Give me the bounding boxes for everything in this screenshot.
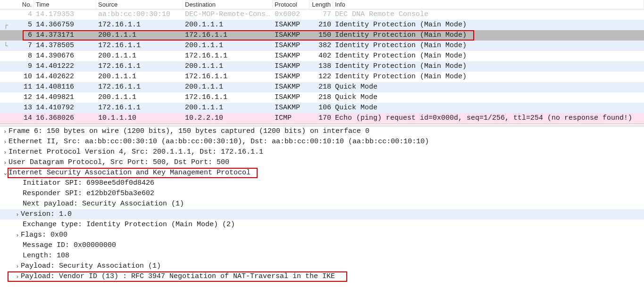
detail-line[interactable]: ›Internet Protocol Version 4, Src: 200.1…: [0, 147, 644, 157]
detail-line[interactable]: Exchange type: Identity Protection (Main…: [0, 220, 644, 230]
detail-text: Internet Security Association and Key Ma…: [8, 168, 251, 178]
cell-time: 14.410792: [34, 103, 96, 113]
packet-row[interactable]: 1416.36802610.1.1.1010.2.2.10ICMP170Echo…: [0, 113, 644, 123]
detail-line[interactable]: ›Payload: Security Association (1): [0, 261, 644, 271]
detail-line[interactable]: Message ID: 0x00000000: [0, 240, 644, 251]
cell-src: 200.1.1.1: [96, 92, 183, 103]
packet-details-tree[interactable]: ›Frame 6: 150 bytes on wire (1200 bits),…: [0, 126, 644, 282]
cell-src: 172.16.1.1: [96, 41, 183, 51]
packet-row[interactable]: 914.401222172.16.1.1200.1.1.1ISAKMP138Id…: [0, 61, 644, 72]
column-header-time[interactable]: Time: [34, 0, 96, 9]
column-header-info[interactable]: Info: [333, 0, 644, 9]
packet-list[interactable]: No. Time Source Destination Protocol Len…: [0, 0, 644, 123]
column-header-proto[interactable]: Protocol: [273, 0, 309, 9]
cell-info: Identity Protection (Main Mode): [333, 61, 644, 72]
cell-proto: ISAKMP: [273, 92, 309, 103]
cell-time: 14.409821: [34, 92, 96, 103]
cell-time: 16.368026: [34, 113, 96, 123]
detail-line[interactable]: ›Flags: 0x00: [0, 230, 644, 240]
column-header-src[interactable]: Source: [96, 0, 183, 9]
cell-proto: ISAKMP: [273, 72, 309, 82]
detail-text: Payload: Security Association (1): [21, 261, 161, 271]
chevron-right-icon[interactable]: ›: [14, 209, 21, 220]
detail-line[interactable]: ›User Datagram Protocol, Src Port: 500, …: [0, 157, 644, 168]
relation-marker-icon: ┌: [4, 20, 12, 30]
packet-row[interactable]: 1014.402622200.1.1.1172.16.1.1ISAKMP122I…: [0, 72, 644, 82]
packet-row[interactable]: 814.390676200.1.1.1172.16.1.1ISAKMP402Id…: [0, 51, 644, 61]
cell-time: 14.179353: [34, 9, 96, 20]
packet-row[interactable]: ┌514.366759172.16.1.1200.1.1.1ISAKMP210I…: [0, 20, 644, 30]
chevron-down-icon[interactable]: ⌄: [2, 168, 8, 178]
chevron-right-icon[interactable]: ›: [14, 271, 21, 282]
cell-proto: ISAKMP: [273, 103, 309, 113]
cell-no: 10: [0, 72, 34, 82]
cell-proto: 0x6002: [273, 9, 309, 20]
packet-list-header: No. Time Source Destination Protocol Len…: [0, 0, 644, 9]
cell-proto: ISAKMP: [273, 41, 309, 51]
detail-line[interactable]: ›Payload: Vendor ID (13) : RFC 3947 Nego…: [0, 271, 644, 282]
cell-time: 14.390676: [34, 51, 96, 61]
packet-row[interactable]: 1114.408116172.16.1.1200.1.1.1ISAKMP218Q…: [0, 82, 644, 92]
cell-time: 14.408116: [34, 82, 96, 92]
cell-proto: ISAKMP: [273, 20, 309, 30]
cell-info: Quick Mode: [333, 92, 644, 103]
detail-line[interactable]: Initiator SPI: 6998ee5d0f0d8426: [0, 178, 644, 189]
cell-dst: 10.2.2.10: [183, 113, 273, 123]
cell-proto: ISAKMP: [273, 51, 309, 61]
chevron-right-icon[interactable]: ›: [2, 126, 8, 137]
detail-text: Next payload: Security Association (1): [23, 199, 184, 209]
column-header-len[interactable]: Length: [309, 0, 333, 9]
cell-len: 218: [309, 82, 333, 92]
cell-info: DEC DNA Remote Console: [333, 9, 644, 20]
detail-line[interactable]: ›Version: 1.0: [0, 209, 644, 220]
detail-line[interactable]: ⌄Internet Security Association and Key M…: [0, 168, 644, 178]
cell-src: 10.1.1.10: [96, 113, 183, 123]
cell-proto: ISAKMP: [273, 30, 309, 41]
detail-line[interactable]: Length: 108: [0, 251, 644, 261]
chevron-right-icon[interactable]: ›: [2, 137, 8, 147]
cell-proto: ISAKMP: [273, 61, 309, 72]
cell-time: 14.401222: [34, 61, 96, 72]
detail-line[interactable]: ›Ethernet II, Src: aa:bb:cc:00:30:10 (aa…: [0, 137, 644, 147]
cell-len: 402: [309, 51, 333, 61]
packet-row[interactable]: └714.378505172.16.1.1200.1.1.1ISAKMP382I…: [0, 41, 644, 51]
cell-src: 172.16.1.1: [96, 61, 183, 72]
cell-no: 4: [0, 9, 34, 20]
cell-time: 14.366759: [34, 20, 96, 30]
detail-text: User Datagram Protocol, Src Port: 500, D…: [8, 157, 229, 168]
cell-src: 200.1.1.1: [96, 30, 183, 41]
packet-row[interactable]: 1214.409821200.1.1.1172.16.1.1ISAKMP218Q…: [0, 92, 644, 103]
detail-text: Message ID: 0x00000000: [23, 240, 116, 251]
chevron-right-icon[interactable]: ›: [14, 261, 21, 271]
detail-text: Version: 1.0: [21, 209, 72, 220]
cell-no: 13: [0, 103, 34, 113]
chevron-right-icon[interactable]: ›: [14, 230, 21, 240]
detail-line[interactable]: Next payload: Security Association (1): [0, 199, 644, 209]
cell-dst: 200.1.1.1: [183, 61, 273, 72]
packet-row[interactable]: 614.373171200.1.1.1172.16.1.1ISAKMP150Id…: [0, 30, 644, 41]
cell-info: Identity Protection (Main Mode): [333, 20, 644, 30]
cell-len: 106: [309, 103, 333, 113]
cell-no: 11: [0, 82, 34, 92]
cell-src: 172.16.1.1: [96, 20, 183, 30]
cell-dst: 200.1.1.1: [183, 41, 273, 51]
packet-row[interactable]: 414.179353aa:bb:cc:00:30:10DEC-MOP-Remot…: [0, 9, 644, 20]
cell-info: Identity Protection (Main Mode): [333, 51, 644, 61]
cell-dst: 172.16.1.1: [183, 92, 273, 103]
detail-line[interactable]: ›Frame 6: 150 bytes on wire (1200 bits),…: [0, 126, 644, 137]
cell-no: 6: [0, 30, 34, 41]
detail-text: Exchange type: Identity Protection (Main…: [23, 220, 235, 230]
column-header-no[interactable]: No.: [0, 0, 34, 9]
cell-src: 200.1.1.1: [96, 72, 183, 82]
cell-info: Quick Mode: [333, 82, 644, 92]
cell-dst: 200.1.1.1: [183, 20, 273, 30]
cell-proto: ISAKMP: [273, 82, 309, 92]
column-header-dst[interactable]: Destination: [183, 0, 273, 9]
detail-text: Payload: Vendor ID (13) : RFC 3947 Negot…: [21, 271, 335, 282]
chevron-right-icon[interactable]: ›: [2, 147, 8, 157]
cell-time: 14.373171: [34, 30, 96, 41]
chevron-right-icon[interactable]: ›: [2, 157, 8, 168]
detail-text: Initiator SPI: 6998ee5d0f0d8426: [23, 178, 154, 189]
detail-line[interactable]: Responder SPI: e12bb20f5ba3e602: [0, 189, 644, 199]
packet-row[interactable]: 1314.410792172.16.1.1200.1.1.1ISAKMP106Q…: [0, 103, 644, 113]
